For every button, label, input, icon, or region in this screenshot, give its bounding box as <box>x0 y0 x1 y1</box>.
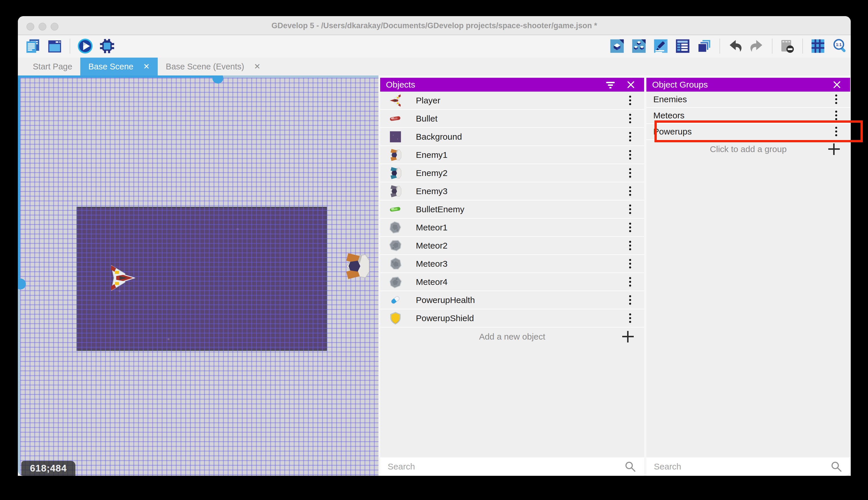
redo-icon[interactable] <box>748 37 765 55</box>
group-menu-icon[interactable] <box>835 126 837 137</box>
object-menu-icon[interactable] <box>629 204 631 215</box>
group-row-enemies[interactable]: Enemies <box>646 92 850 108</box>
object-groups-panel: Object Groups EnemiesMeteorsPowerups Cli… <box>646 78 850 476</box>
tab-bar: Start PageBase Scene✕Base Scene (Events)… <box>18 58 851 76</box>
enemy2-icon <box>389 167 402 180</box>
object-menu-icon[interactable] <box>629 258 631 270</box>
undo-icon[interactable] <box>726 37 744 55</box>
filter-icon[interactable] <box>605 78 617 91</box>
add-object-label: Add a new object <box>479 332 545 342</box>
object-menu-icon[interactable] <box>629 185 631 197</box>
object-row-enemy1[interactable]: Enemy1 <box>380 146 644 164</box>
meteor4-icon <box>389 275 402 288</box>
player-sprite[interactable] <box>108 264 135 291</box>
objects-search-input[interactable] <box>380 462 624 471</box>
object-row-background[interactable]: Background <box>380 128 644 146</box>
object-row-poweruphealth[interactable]: PowerupHealth <box>380 291 644 309</box>
group-menu-icon[interactable] <box>835 110 837 121</box>
tab-start-page[interactable]: Start Page <box>25 58 80 76</box>
object-row-player[interactable]: Player <box>380 92 644 110</box>
object-row-enemy2[interactable]: Enemy2 <box>380 164 644 182</box>
object-row-bulletenemy[interactable]: BulletEnemy <box>380 201 644 219</box>
object-label: Meteor2 <box>416 241 447 251</box>
object-label: Meteor3 <box>416 259 447 269</box>
background-icon <box>389 130 402 144</box>
object-row-bullet[interactable]: Bullet <box>380 110 644 128</box>
tab-close-icon[interactable]: ✕ <box>143 62 150 71</box>
close-icon[interactable] <box>831 78 843 91</box>
objects-panel-title: Objects <box>386 80 597 90</box>
meteor1-icon <box>389 221 402 234</box>
bullet-enemy-icon <box>389 203 402 216</box>
object-label: Enemy3 <box>416 186 447 196</box>
toolbar-separator <box>719 38 720 54</box>
objects-search-bar <box>380 457 644 476</box>
object-row-meteor1[interactable]: Meteor1 <box>380 219 644 237</box>
player-icon <box>389 94 402 107</box>
tab-base-scene-events-[interactable]: Base Scene (Events)✕ <box>158 58 269 76</box>
object-label: Bullet <box>416 114 437 124</box>
play-icon[interactable] <box>77 37 94 55</box>
object-menu-icon[interactable] <box>629 276 631 288</box>
debug-icon[interactable] <box>98 37 116 55</box>
close-icon[interactable] <box>624 78 637 91</box>
object-row-meteor4[interactable]: Meteor4 <box>380 273 644 291</box>
zoom-1-1-icon[interactable]: 1:1 <box>831 37 848 55</box>
objects-panel-header: Objects <box>380 78 644 92</box>
object-menu-icon[interactable] <box>629 312 631 324</box>
add-object-button[interactable]: Add a new object <box>380 328 644 345</box>
mask-icon[interactable] <box>779 37 796 55</box>
group-label: Meteors <box>653 111 684 121</box>
group-row-powerups[interactable]: Powerups <box>646 124 850 140</box>
project-manager-icon[interactable] <box>24 37 42 55</box>
horizontal-scrollbar[interactable] <box>18 76 378 78</box>
object-label: Meteor1 <box>416 223 447 232</box>
object-row-meteor2[interactable]: Meteor2 <box>380 237 644 255</box>
instances-list-icon[interactable] <box>674 37 691 55</box>
object-menu-icon[interactable] <box>629 149 631 161</box>
meteor2-icon <box>389 239 402 252</box>
layers-icon[interactable] <box>696 37 713 55</box>
object-menu-icon[interactable] <box>629 113 631 124</box>
toolbar-separator <box>802 38 803 54</box>
object-row-enemy3[interactable]: Enemy3 <box>380 182 644 201</box>
object-editor-icon[interactable] <box>608 37 626 55</box>
object-label: Enemy2 <box>416 168 447 178</box>
canvas-grid <box>20 78 378 476</box>
object-menu-icon[interactable] <box>629 95 631 106</box>
tab-close-icon[interactable]: ✕ <box>254 62 260 71</box>
object-label: PowerupShield <box>416 314 474 323</box>
toolbar-separator <box>70 38 70 54</box>
window-title: GDevelop 5 - /Users/dkarakay/Documents/G… <box>18 16 851 35</box>
main-toolbar: 1:1 <box>18 36 851 58</box>
object-label: Enemy1 <box>416 150 447 160</box>
vertical-scrollbar[interactable] <box>18 76 20 476</box>
add-group-button[interactable]: Click to add a group <box>646 140 850 158</box>
object-menu-icon[interactable] <box>629 222 631 233</box>
groups-search-bar <box>646 457 850 476</box>
scene-window-icon[interactable] <box>46 37 63 55</box>
object-menu-icon[interactable] <box>629 294 631 306</box>
tab-base-scene[interactable]: Base Scene✕ <box>80 58 158 76</box>
grid-icon[interactable] <box>809 37 826 55</box>
tab-label: Start Page <box>33 62 72 71</box>
object-groups-editor-icon[interactable] <box>630 37 647 55</box>
object-label: BulletEnemy <box>416 204 464 214</box>
object-row-meteor3[interactable]: Meteor3 <box>380 255 644 273</box>
properties-icon[interactable] <box>652 37 669 55</box>
svg-text:1:1: 1:1 <box>836 42 842 47</box>
enemy1-icon <box>389 148 402 162</box>
object-menu-icon[interactable] <box>629 240 631 251</box>
enemy-sprite[interactable] <box>342 252 371 283</box>
groups-search-input[interactable] <box>646 462 830 471</box>
app-window: GDevelop 5 - /Users/dkarakay/Documents/G… <box>18 16 851 476</box>
object-menu-icon[interactable] <box>629 167 631 179</box>
object-row-powerupshield[interactable]: PowerupShield <box>380 309 644 328</box>
object-label: PowerupHealth <box>416 295 475 305</box>
scene-canvas[interactable]: 618;484 <box>18 76 378 476</box>
group-label: Powerups <box>653 127 692 137</box>
group-menu-icon[interactable] <box>835 94 837 105</box>
group-row-meteors[interactable]: Meteors <box>646 108 850 124</box>
plus-icon <box>828 144 840 155</box>
object-menu-icon[interactable] <box>629 131 631 143</box>
